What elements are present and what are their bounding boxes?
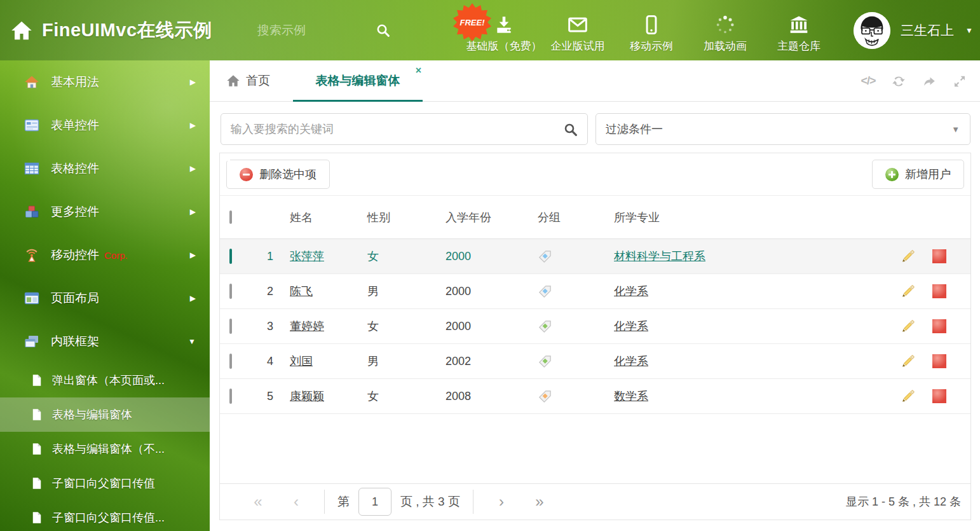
table-header: 姓名 性别 入学年份 分组 所学专业 [220,196,970,239]
header-nav-item[interactable]: 移动示例 [615,7,688,53]
sidebar-item[interactable]: 表格控件▶ [0,147,210,190]
table-body: 1张萍萍女2000材料科学与工程系2陈飞男2000化学系3董婷婷女2000化学系… [220,239,970,414]
row-number: 3 [252,320,290,333]
chevron-right-icon: ▶ [190,121,196,130]
header-nav-label: 加载动画 [704,39,747,53]
sidebar-subitem[interactable]: 表格与编辑窗体（不... [0,432,210,466]
delete-row-icon[interactable] [932,389,946,403]
windows-icon [24,334,39,349]
sidebar-item[interactable]: 内联框架▼ [0,320,210,363]
source-code-icon[interactable]: </> [861,74,876,89]
keyword-search-input[interactable]: 输入要搜索的关键词 [221,113,588,145]
select-all-checkbox[interactable] [229,210,232,224]
major-link[interactable]: 数学系 [614,390,648,403]
delete-row-icon[interactable] [932,284,946,298]
grid-toolbar: 删除选中项 新增用户 [220,153,970,196]
sidebar-subitem[interactable]: 表格与编辑窗体 [0,397,210,432]
app-window: FineUIMvc在线示例 搜索示例 FREE!基础版（免费）企业版试用移动示例… [0,0,980,531]
sidebar-subitem-label: 弹出窗体（本页面或... [52,373,165,388]
row-checkbox[interactable] [229,319,232,334]
sidebar-item-label: 更多控件 [51,203,99,220]
prev-page-button[interactable]: ‹ [277,494,315,509]
envelope-icon [568,15,588,35]
chevron-down-icon: ▼ [965,26,973,35]
major-link[interactable]: 化学系 [614,355,648,368]
close-icon[interactable]: × [416,66,421,76]
search-icon[interactable] [563,122,578,137]
delete-row-icon[interactable] [932,319,946,333]
pagination-bar: « ‹ 第 页 , 共 3 页 › » 显示 1 - 5 条 , 共 12 条 [220,483,970,520]
col-header-year: 入学年份 [446,210,538,225]
sidebar-subitem[interactable]: 子窗口向父窗口传值 [0,466,210,500]
header-search-placeholder: 搜索示例 [257,22,306,39]
tab-active[interactable]: 表格与编辑窗体 × [293,60,423,101]
last-page-button[interactable]: » [521,494,559,509]
sidebar-item[interactable]: 更多控件▶ [0,190,210,233]
student-name-link[interactable]: 康颖颖 [290,390,324,403]
student-name-link[interactable]: 刘国 [290,355,313,368]
cell-group [538,354,614,369]
chevron-down-icon: ▼ [951,125,960,134]
avatar[interactable] [854,12,890,49]
cell-major: 化学系 [614,354,901,369]
header-nav-label: 基础版（免费） [466,39,542,53]
cell-group [538,389,614,404]
brand[interactable]: FineUIMvc在线示例 [0,18,257,43]
delete-row-icon[interactable] [932,249,946,263]
chevron-right-icon: ▶ [190,207,196,216]
spinner-icon [715,15,735,35]
row-checkbox[interactable] [229,249,232,264]
fullscreen-icon[interactable] [952,74,967,89]
edit-pencil-icon[interactable] [901,284,916,299]
row-number: 4 [252,355,290,368]
form-icon [24,118,39,133]
major-link[interactable]: 化学系 [614,320,648,333]
user-menu[interactable]: 三生石上 ▼ [854,12,973,49]
user-name: 三生石上 [901,22,954,39]
first-page-button[interactable]: « [239,494,277,509]
row-checkbox[interactable] [229,284,232,299]
header-nav-item[interactable]: 主题仓库 [762,7,836,53]
student-name-link[interactable]: 董婷婷 [290,320,324,333]
tab-home-label: 首页 [246,72,270,89]
header-nav-item[interactable]: 企业版试用 [541,7,615,53]
header-nav-item[interactable]: FREE!基础版（免费） [467,7,541,53]
major-link[interactable]: 材料科学与工程系 [614,250,705,263]
app-title: FineUIMvc在线示例 [42,18,212,43]
share-icon[interactable] [922,74,937,89]
page-label-suffix: 页 , 共 3 页 [400,493,460,510]
tab-home[interactable]: 首页 [220,60,276,101]
tab-bar: 首页 表格与编辑窗体 × </> [210,60,980,102]
major-link[interactable]: 化学系 [614,285,648,298]
page-number-input[interactable] [358,488,391,516]
filter-dropdown[interactable]: 过滤条件一 ▼ [595,113,970,145]
next-page-button[interactable]: › [482,494,521,509]
edit-pencil-icon[interactable] [901,354,916,369]
student-name-link[interactable]: 陈飞 [290,285,313,298]
tab-active-label: 表格与编辑窗体 [316,72,400,89]
cell-name: 刘国 [290,354,367,369]
edit-pencil-icon[interactable] [901,319,916,334]
delete-row-icon[interactable] [932,354,946,368]
sidebar-subitem[interactable]: 子窗口向父窗口传值... [0,500,210,531]
header-search[interactable]: 搜索示例 [257,22,432,39]
sidebar-subitem[interactable]: 弹出窗体（本页面或... [0,363,210,397]
row-checkbox[interactable] [229,389,232,404]
sidebar-item-label: 移动控件 [51,247,99,263]
row-checkbox[interactable] [229,354,232,369]
cell-major: 材料科学与工程系 [614,249,901,264]
edit-pencil-icon[interactable] [901,389,916,404]
sidebar-item[interactable]: 基本用法▶ [0,60,210,104]
edit-pencil-icon[interactable] [901,249,916,264]
sidebar-item[interactable]: 页面布局▶ [0,277,210,320]
header-nav-item[interactable]: 加载动画 [688,7,762,53]
cell-name: 董婷婷 [290,319,367,334]
search-icon[interactable] [376,23,391,38]
sidebar-item[interactable]: 移动控件Corp.▶ [0,233,210,277]
delete-selected-button[interactable]: 删除选中项 [226,160,330,189]
sidebar-subitem-label: 子窗口向父窗口传值... [52,510,165,525]
sidebar-item[interactable]: 表单控件▶ [0,104,210,147]
student-name-link[interactable]: 张萍萍 [290,250,324,263]
add-user-button[interactable]: 新增用户 [872,160,964,189]
refresh-icon[interactable] [891,74,906,89]
